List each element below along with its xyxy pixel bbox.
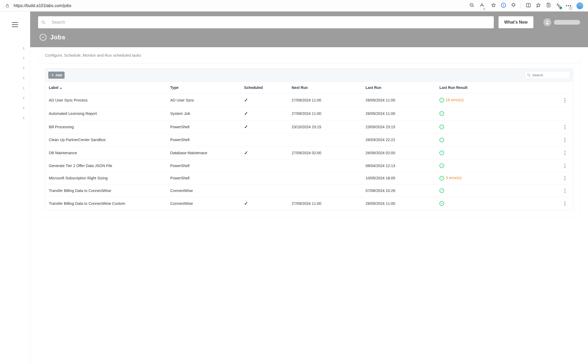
table-toolbar: Add [45,68,573,82]
col-header-label[interactable]: Label▲ [45,82,167,94]
cell-last-result: ✓ [436,197,531,210]
onepassword-icon[interactable]: 1 [501,3,506,9]
search-icon [38,16,49,28]
collections-icon[interactable] [546,3,551,9]
sidebar-item[interactable] [0,106,30,110]
add-button[interactable]: Add [48,72,65,79]
row-menu-icon[interactable]: ⋮ [563,163,567,168]
user-avatar-icon[interactable] [543,18,551,26]
cell-next-run: 27/09/2024 02:00 [288,146,362,159]
status-success-icon: ✓ [439,111,444,116]
col-header-type[interactable]: Type [167,82,241,94]
sidebar-item[interactable] [0,47,30,50]
favorites-icon[interactable] [536,3,541,9]
zoom-out-icon[interactable] [469,3,475,9]
cell-label: Transfer Billing Data to ConnectWise Cus… [45,197,167,210]
sidebar-item[interactable] [0,77,30,80]
row-menu-icon[interactable]: ⋮ [563,137,567,142]
cell-label: Microsoft Subscription Right Sizing [45,172,167,185]
cell-last-run: 26/09/2024 02:00 [362,146,436,159]
cell-label: Automated Licensing Report [45,107,167,120]
cell-next-run: 27/09/2024 11:00 [288,94,362,107]
cell-last-run: 26/03/2024 22:22 [362,134,436,146]
table-row[interactable]: Automated Licensing ReportSystem Job✓27/… [45,107,573,120]
cell-actions: ⋮ [531,159,573,172]
global-search-input[interactable] [49,20,494,25]
cell-type: PowerShell [167,159,241,172]
sidebar-item[interactable] [0,97,30,100]
extensions-icon[interactable] [511,3,516,9]
check-icon: ✓ [244,201,248,206]
search-icon [527,73,531,77]
cell-next-run: 27/09/2024 11:00 [288,197,362,210]
table-search[interactable] [525,71,570,79]
table-row[interactable]: Microsoft Subscription Right SizingPower… [45,172,573,185]
col-header-actions [531,82,573,94]
cell-actions: ⋮ [531,184,573,197]
copilot-icon[interactable] [576,2,583,9]
table-row[interactable]: Clean Up PartnerCenter SandboxPowerShell… [45,134,573,146]
split-screen-icon[interactable] [526,3,531,9]
svg-point-16 [547,21,548,22]
cell-next-run [288,159,362,172]
status-success-icon: ✓ [439,188,444,193]
sidebar-item[interactable] [0,116,30,120]
cell-label: Clean Up PartnerCenter Sandbox [45,134,167,146]
more-icon[interactable]: •••↑ [566,3,572,8]
url-text[interactable]: https://build.a101labs.com/jobs [12,3,175,8]
cell-type: PowerShell [167,172,241,185]
sidebar-item[interactable] [0,87,30,90]
cell-next-run [288,172,362,185]
cell-actions: ⋮ [531,134,573,146]
table-row[interactable]: Generate Tier 2 Offer Data JSON FilePowe… [45,159,573,172]
whats-new-button[interactable]: What's New [498,16,533,28]
left-sidebar [0,12,30,364]
menu-toggle-icon[interactable] [11,21,19,28]
cell-scheduled [240,172,288,185]
sidebar-item[interactable] [0,57,30,60]
col-header-last-result[interactable]: Last Run Result [436,82,531,94]
star-icon[interactable] [491,3,496,9]
row-menu-icon[interactable]: ⋮ [563,125,567,129]
cell-last-run: 08/04/2024 12:13 [362,159,436,172]
svg-text:1: 1 [503,4,504,7]
col-header-next-run[interactable]: Next Run [288,82,362,94]
col-header-last-run[interactable]: Last Run [362,82,436,94]
user-name[interactable] [554,20,580,25]
collapse-icon[interactable] [40,34,46,41]
table-row[interactable]: AD User Sync ProcessAD User Sync✓27/09/2… [45,94,573,107]
row-menu-icon[interactable]: ⋮ [563,201,567,206]
hero-section: What's New Jobs [30,12,588,47]
cell-last-result: ✓ [436,107,531,120]
status-error-text: 16 error(s) [446,98,464,102]
row-menu-icon[interactable]: ⋮ [563,188,567,193]
table-row[interactable]: Transfer Billing Data to ConnectWiseConn… [45,184,573,197]
cell-actions: ⋮ [531,94,573,107]
read-aloud-icon[interactable]: )) [479,3,486,9]
table-row[interactable]: DB MaintenanceDatabase Maintenace✓27/09/… [45,146,573,159]
table-search-input[interactable] [531,73,568,77]
lock-icon [4,3,10,9]
table-row[interactable]: Bill ProcessingPowerShell✓23/10/2024 23:… [45,120,573,134]
cell-type: System Job [167,107,241,120]
cell-last-run: 26/09/2024 11:00 [362,94,436,107]
status-success-icon: ✓ [439,151,444,155]
sidebar-item[interactable] [0,67,30,70]
cell-label: Bill Processing [45,120,167,134]
add-button-label: Add [55,73,62,77]
svg-point-19 [528,74,530,76]
status-success-icon: ✓ [439,138,444,142]
cell-last-run: 26/09/2024 11:00 [362,197,436,210]
row-menu-icon[interactable]: ⋮ [563,151,567,155]
check-icon: ✓ [244,124,248,130]
table-row[interactable]: Transfer Billing Data to ConnectWise Cus… [45,197,573,210]
global-search[interactable] [38,16,494,28]
row-menu-icon[interactable]: ⋮ [563,98,567,103]
check-icon: ✓ [244,98,248,103]
row-menu-icon[interactable]: ⋮ [563,176,567,180]
performance-icon[interactable]: ✓ [556,3,561,9]
cell-last-result: ✓ [436,159,531,172]
cell-last-run: 23/09/2024 23:15 [362,120,436,134]
cell-last-run: 10/05/2024 18:05 [362,172,436,185]
col-header-scheduled[interactable]: Scheduled [240,82,288,94]
